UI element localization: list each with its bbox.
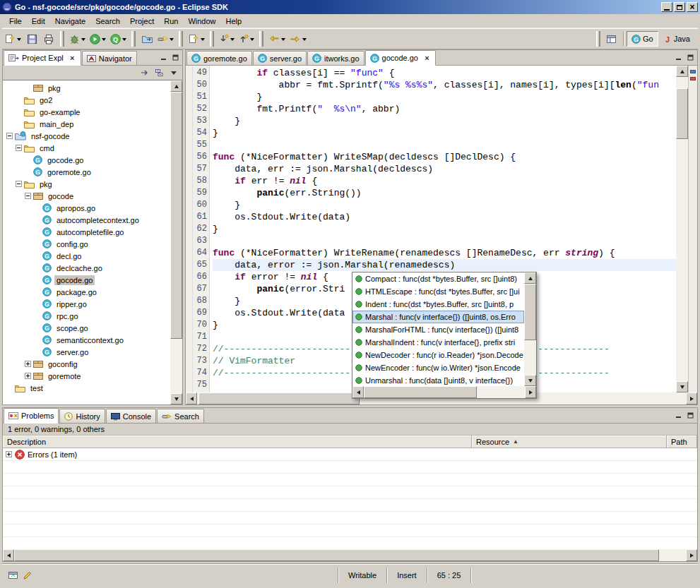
scrollbar-track[interactable]	[14, 549, 686, 561]
menu-run[interactable]: Run	[159, 15, 183, 28]
code-line[interactable]: abbr = fmt.Sprintf("%s %s%s", classes[i]…	[213, 79, 676, 91]
tree-item[interactable]: Gpackage.go	[3, 286, 170, 298]
tree-item[interactable]: Gconfig.go	[3, 238, 170, 250]
dropdown-arrow-icon[interactable]	[17, 38, 21, 43]
dropdown-arrow-icon[interactable]	[281, 38, 285, 43]
tree-item[interactable]: Gserver.go	[3, 346, 170, 358]
dropdown-arrow-icon[interactable]	[122, 38, 126, 43]
autocomplete-item[interactable]: NewEncoder : func(w io.Writer) *json.Enc…	[352, 361, 524, 374]
autocomplete-item[interactable]: Unmarshal : func(data []uint8, v interfa…	[352, 374, 524, 386]
print-button[interactable]	[40, 31, 57, 47]
code-line[interactable]: if classes[i] == "func" {	[213, 67, 676, 79]
scroll-up-button[interactable]	[170, 80, 182, 92]
scrollbar-thumb[interactable]	[198, 392, 360, 404]
autocomplete-item[interactable]: Indent : func(dst *bytes.Buffer, src []u…	[352, 298, 524, 311]
code-line[interactable]: }	[213, 223, 676, 235]
search-button[interactable]	[155, 31, 176, 47]
tree-item[interactable]: Grpc.go	[3, 310, 170, 322]
dropdown-arrow-icon[interactable]	[230, 38, 235, 43]
tree-item[interactable]: Ggoremote.go	[3, 166, 170, 178]
error-marker[interactable]	[690, 77, 696, 80]
menu-project[interactable]: Project	[125, 15, 159, 28]
tab-itworks-go[interactable]: Gitworks.go	[307, 51, 364, 65]
dropdown-arrow-icon[interactable]	[250, 38, 254, 43]
column-header-description[interactable]: Description	[3, 436, 472, 448]
tab-problems[interactable]: Problems	[4, 408, 59, 424]
tab-navigator[interactable]: Navigator	[82, 51, 137, 65]
scroll-left-button[interactable]	[352, 386, 364, 398]
tab-console[interactable]: Console	[106, 409, 156, 423]
tab-project-expl[interactable]: Project Expl	[4, 50, 81, 66]
dropdown-arrow-icon[interactable]	[302, 38, 307, 43]
external-tools-button[interactable]: Q	[108, 31, 129, 47]
save-button[interactable]	[23, 31, 40, 47]
scroll-right-button[interactable]	[525, 386, 536, 398]
dropdown-arrow-icon[interactable]	[201, 38, 205, 43]
scrollbar-track[interactable]	[524, 284, 536, 375]
maximize-view-button[interactable]	[685, 53, 695, 62]
autocomplete-item[interactable]: HTMLEscape : func(dst *bytes.Buffer, src…	[352, 285, 524, 298]
autocomplete-vertical-scrollbar[interactable]	[524, 272, 536, 386]
problems-horizontal-scrollbar[interactable]	[3, 549, 697, 561]
dropdown-arrow-icon[interactable]	[102, 38, 106, 43]
minimize-view-button[interactable]	[673, 53, 683, 62]
code-line[interactable]: panic(err.String())	[213, 187, 676, 199]
tree-item[interactable]: test	[3, 382, 170, 394]
code-line[interactable]: fmt.Printf(" %s\n", abbr)	[213, 103, 676, 115]
scrollbar-thumb[interactable]	[170, 92, 182, 339]
autocomplete-item[interactable]: Marshal : func(v interface{}) ([]uint8, …	[352, 311, 524, 323]
tree-item[interactable]: pkg	[3, 178, 170, 190]
code-line[interactable]: os.Stdout.Write(data)	[213, 211, 676, 223]
run-button[interactable]	[88, 31, 108, 47]
perspective-java-button[interactable]: JJava	[658, 31, 695, 47]
code-line[interactable]: }	[213, 91, 676, 103]
close-icon[interactable]	[423, 54, 431, 62]
view-menu-button[interactable]	[167, 67, 180, 79]
scrollbar-thumb[interactable]	[524, 284, 536, 340]
tree-item[interactable]: main_dep	[3, 118, 170, 130]
scroll-down-button[interactable]	[524, 375, 536, 386]
maximize-button[interactable]	[674, 2, 685, 12]
tree-item[interactable]: goremote	[3, 370, 170, 382]
menu-window[interactable]: Window	[183, 15, 220, 28]
scroll-left-button[interactable]	[186, 392, 197, 404]
menu-file[interactable]: File	[4, 15, 27, 28]
tree-item[interactable]: Ggocode.go	[3, 154, 170, 166]
forward-button[interactable]	[287, 31, 309, 47]
dropdown-arrow-icon[interactable]	[170, 38, 174, 43]
tree-item[interactable]: cmd	[3, 142, 170, 154]
code-line[interactable]: }	[213, 127, 676, 139]
debug-button[interactable]	[67, 31, 88, 47]
scrollbar-track[interactable]	[364, 386, 525, 398]
menu-help[interactable]: Help	[221, 15, 247, 28]
tree-item[interactable]: Gdeclcache.go	[3, 262, 170, 274]
dropdown-arrow-icon[interactable]	[81, 38, 85, 43]
code-line[interactable]: }	[213, 199, 676, 211]
tree-item[interactable]: go2	[3, 94, 170, 106]
tree-item[interactable]: Gapropos.go	[3, 202, 170, 214]
tab-server-go[interactable]: Gserver.go	[253, 51, 307, 65]
tree-item[interactable]: pkg	[3, 82, 170, 94]
perspective-go-button[interactable]: GGo	[627, 31, 658, 47]
tree-item[interactable]: Gautocompletefile.go	[3, 226, 170, 238]
open-resource-button[interactable]	[138, 31, 155, 47]
tree-item[interactable]: Gautocompletecontext.go	[3, 214, 170, 226]
line-number-ruler[interactable]: 4950515253545556575859606162636465666768…	[193, 66, 210, 392]
scrollbar-thumb[interactable]	[364, 386, 477, 398]
minimize-view-button[interactable]	[158, 53, 168, 62]
previous-annotation-button[interactable]	[237, 31, 256, 47]
tab-search[interactable]: Search	[157, 409, 204, 423]
scrollbar-track[interactable]	[170, 92, 182, 393]
scroll-down-button[interactable]	[170, 393, 182, 404]
scroll-right-button[interactable]	[686, 392, 697, 404]
maximize-view-button[interactable]	[685, 411, 695, 420]
autocomplete-item[interactable]: MarshalForHTML : func(v interface{}) ([]…	[352, 323, 524, 336]
close-icon[interactable]	[69, 54, 76, 62]
problems-row[interactable]: Errors (1 item)	[3, 448, 697, 461]
code-line[interactable]	[213, 139, 676, 151]
code-line[interactable]	[213, 235, 676, 247]
menu-search[interactable]: Search	[90, 15, 125, 28]
code-line[interactable]: data, error := json.Marshal(renamedescs)	[213, 259, 676, 271]
open-perspective-button[interactable]	[603, 31, 620, 47]
next-annotation-button[interactable]	[217, 31, 237, 47]
